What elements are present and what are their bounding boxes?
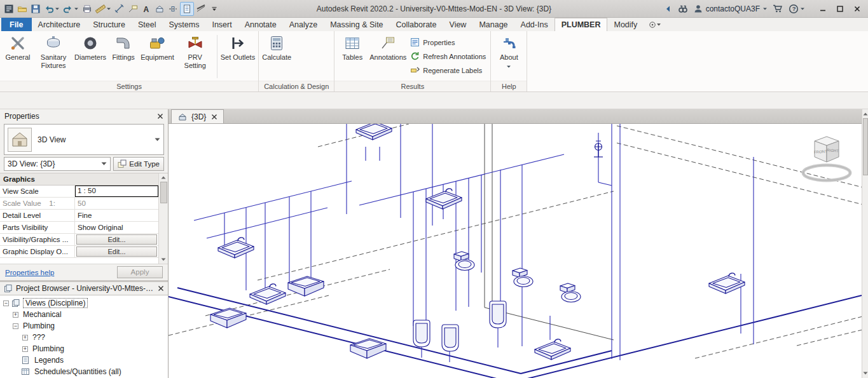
customize-quick-access-icon[interactable] xyxy=(208,2,221,16)
application-menu-icon[interactable] xyxy=(3,2,15,16)
chevron-down-icon[interactable] xyxy=(101,162,107,166)
about-button[interactable]: About xyxy=(493,32,525,69)
maximize-button[interactable] xyxy=(831,2,848,16)
measure-icon[interactable] xyxy=(94,2,113,16)
type-selector[interactable]: 3D View xyxy=(4,124,164,155)
aligned-dimension-icon[interactable] xyxy=(113,2,126,16)
ribbon-tab-structure[interactable]: Structure xyxy=(86,18,132,31)
property-value[interactable]: 50 xyxy=(75,198,158,209)
set-outlets-button[interactable]: Set Outlets xyxy=(219,32,256,62)
tree-item-mechanical[interactable]: +Mechanical xyxy=(0,309,168,320)
ribbon-tab-annotate[interactable]: Annotate xyxy=(238,18,283,31)
project-browser-header[interactable]: Project Browser - University-V0-Mttes-Mo… xyxy=(0,282,168,295)
scroll-up-icon[interactable] xyxy=(161,175,166,180)
search-icon[interactable] xyxy=(678,4,688,14)
sanitary-fixtures-button[interactable]: Sanitary Fixtures xyxy=(34,32,73,69)
property-value[interactable]: Edit... xyxy=(75,234,158,245)
view-selector[interactable]: 3D View: {3D} xyxy=(4,157,111,171)
titlebar-right: contactoQUA3F ? xyxy=(664,2,865,16)
edit-button[interactable]: Edit... xyxy=(76,246,157,257)
fittings-button[interactable]: Fittings xyxy=(107,32,139,62)
tree-item-item[interactable]: +??? xyxy=(0,332,168,343)
ribbon-tab-collaborate[interactable]: Collaborate xyxy=(390,18,443,31)
help-menu[interactable]: ? xyxy=(789,4,805,14)
vertical-scrollbar[interactable] xyxy=(862,109,868,378)
chevron-down-icon[interactable] xyxy=(155,138,160,142)
thin-lines-icon[interactable] xyxy=(195,2,207,16)
properties-palette-header[interactable]: Properties xyxy=(0,109,168,123)
text-icon[interactable]: A xyxy=(140,2,153,16)
general-button[interactable]: General xyxy=(2,32,34,62)
regenerate-labels-button[interactable]: Regenerate Labels xyxy=(410,65,486,75)
tree-item-plumbing[interactable]: −Plumbing xyxy=(0,320,168,332)
edit-type-button[interactable]: Edit Type xyxy=(113,157,164,171)
equipment-button[interactable]: Equipment xyxy=(139,32,176,62)
scroll-thumb[interactable] xyxy=(863,118,868,175)
close-button[interactable] xyxy=(848,2,865,16)
ribbon-tab-architecture[interactable]: Architecture xyxy=(32,18,87,31)
view-tab-3d[interactable]: {3D} xyxy=(171,109,224,123)
user-account-menu[interactable]: contactoQUA3F xyxy=(693,4,768,14)
undo-icon[interactable] xyxy=(43,2,61,16)
close-icon[interactable] xyxy=(158,285,164,292)
ribbon-tab-view[interactable]: View xyxy=(443,18,473,31)
redo-icon[interactable] xyxy=(62,2,80,16)
tree-item-plumbing[interactable]: +Plumbing xyxy=(0,343,168,354)
navigate-back-icon[interactable] xyxy=(664,4,673,13)
default-3d-view-icon[interactable] xyxy=(153,2,166,16)
ribbon-tab-modify[interactable]: Modify xyxy=(607,18,644,31)
ribbon-tab-plumber[interactable]: PLUMBER xyxy=(555,18,608,31)
print-icon[interactable] xyxy=(81,2,93,16)
edit-button[interactable]: Edit... xyxy=(76,234,157,245)
property-value[interactable]: Edit... xyxy=(75,246,158,257)
ribbon-display-toggle[interactable] xyxy=(649,18,663,31)
ribbon-tab-add-ins[interactable]: Add-Ins xyxy=(514,18,555,31)
properties-button[interactable]: Properties xyxy=(410,37,486,47)
graphics-section-header[interactable]: Graphics xyxy=(0,173,158,186)
ribbon-tab-massing-site[interactable]: Massing & Site xyxy=(324,18,389,31)
cart-icon[interactable] xyxy=(773,4,783,13)
section-icon[interactable] xyxy=(167,2,179,16)
expand-icon[interactable]: + xyxy=(13,312,18,318)
diameters-button[interactable]: Diameters xyxy=(73,32,107,62)
collapse-icon[interactable]: − xyxy=(3,300,9,306)
calculate-button[interactable]: Calculate xyxy=(261,32,293,62)
properties-scrollbar[interactable] xyxy=(158,173,168,264)
ribbon-tab-manage[interactable]: Manage xyxy=(472,18,514,31)
sheet-icon[interactable] xyxy=(180,2,194,16)
view-cube[interactable]: FRONT RIGHT xyxy=(799,133,854,187)
scroll-thumb[interactable] xyxy=(160,182,167,203)
ribbon-tab-insert[interactable]: Insert xyxy=(205,18,238,31)
properties-help-link[interactable]: Properties help xyxy=(5,269,54,276)
prv-setting-button[interactable]: PRV Setting xyxy=(176,32,215,69)
save-icon[interactable] xyxy=(29,2,42,16)
expand-icon[interactable]: + xyxy=(22,346,28,352)
collapse-icon[interactable]: − xyxy=(13,323,18,329)
open-icon[interactable] xyxy=(16,2,29,16)
ribbon-tab-steel[interactable]: Steel xyxy=(132,18,163,31)
scroll-down-icon[interactable] xyxy=(161,257,166,262)
tree-item-views-discipline[interactable]: −Views (Discipline) xyxy=(0,297,168,309)
tag-by-category-icon[interactable] xyxy=(127,2,139,16)
ribbon-tab-file[interactable]: File xyxy=(1,18,32,31)
plumbing-3d-model[interactable] xyxy=(169,124,862,378)
scroll-down-icon[interactable] xyxy=(863,370,868,376)
close-icon[interactable] xyxy=(157,113,163,119)
property-row-graphic-display-o: Graphic Display O...Edit... xyxy=(0,246,158,258)
model-view[interactable] xyxy=(169,124,862,378)
scroll-up-icon[interactable] xyxy=(863,111,868,117)
close-icon[interactable] xyxy=(211,114,217,120)
tree-item-legends[interactable]: Legends xyxy=(0,354,168,366)
apply-button[interactable]: Apply xyxy=(117,266,163,278)
annotations-button[interactable]: Annotations xyxy=(368,32,408,62)
minimize-button[interactable] xyxy=(814,2,831,16)
tables-button[interactable]: Tables xyxy=(336,32,368,62)
property-value[interactable]: Show Original xyxy=(75,222,158,233)
refresh-annotations-button[interactable]: Refresh Annotations xyxy=(410,51,486,61)
property-value[interactable]: Fine xyxy=(75,210,158,221)
ribbon-tab-analyze[interactable]: Analyze xyxy=(283,18,324,31)
expand-icon[interactable]: + xyxy=(22,335,28,341)
tree-item-schedules-quantities-all[interactable]: Schedules/Quantities (all) xyxy=(0,366,168,377)
property-value[interactable]: 1 : 50 xyxy=(75,186,158,197)
ribbon-tab-systems[interactable]: Systems xyxy=(162,18,205,31)
